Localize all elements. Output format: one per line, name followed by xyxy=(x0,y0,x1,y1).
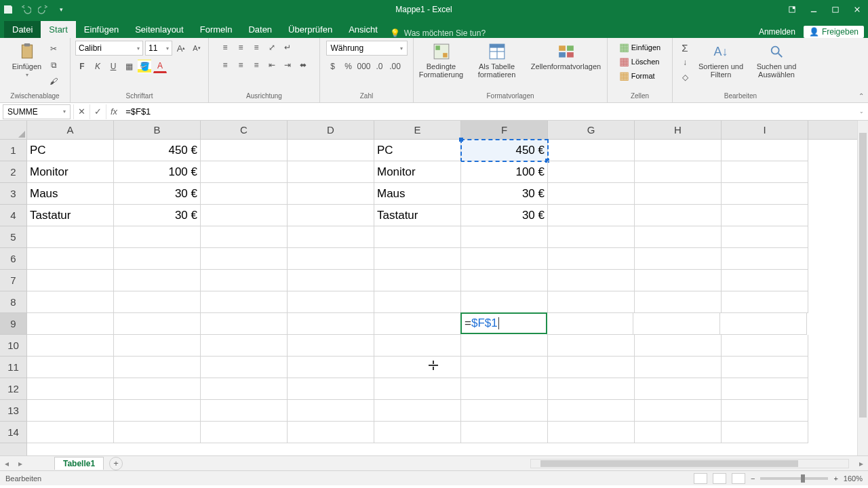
tell-me-search[interactable]: 💡 Was möchten Sie tun? xyxy=(386,28,486,38)
cell-E5[interactable] xyxy=(374,226,461,248)
cell-I9[interactable] xyxy=(720,313,807,335)
border-icon[interactable]: ▦ xyxy=(122,60,136,73)
cell-F4[interactable]: 30 € xyxy=(461,205,548,226)
cell-A8[interactable] xyxy=(27,291,114,313)
row-header-1[interactable]: 1 xyxy=(0,140,26,161)
cell-H4[interactable] xyxy=(635,205,722,226)
vertical-scrollbar[interactable] xyxy=(857,121,868,455)
expand-formula-bar-icon[interactable]: ⌄ xyxy=(855,108,868,115)
cell-I4[interactable] xyxy=(722,205,808,226)
cell-F10[interactable] xyxy=(461,335,548,357)
collapse-ribbon-icon[interactable]: ⌃ xyxy=(859,92,864,100)
cell-C2[interactable] xyxy=(201,161,288,183)
cell-E10[interactable] xyxy=(374,335,461,357)
signin-link[interactable]: Anmelden xyxy=(753,27,801,37)
row-header-4[interactable]: 4 xyxy=(0,205,26,226)
cell-C5[interactable] xyxy=(201,226,288,248)
cell-E13[interactable] xyxy=(374,400,461,422)
cell-C9[interactable] xyxy=(201,313,288,335)
cell-D8[interactable] xyxy=(288,291,374,313)
conditional-formatting-button[interactable]: Bedingte Formatierung xyxy=(415,41,468,80)
cell-F2[interactable]: 100 € xyxy=(461,161,548,183)
cell-A7[interactable] xyxy=(27,270,114,291)
cell-I13[interactable] xyxy=(722,400,808,422)
cell-styles-button[interactable]: Zellenformatvorlagen xyxy=(526,41,606,72)
cell-G14[interactable] xyxy=(548,422,635,443)
cell-D9[interactable] xyxy=(288,313,374,335)
decrease-decimal-icon[interactable]: .00 xyxy=(389,60,402,73)
cell-B7[interactable] xyxy=(114,270,201,291)
fill-color-icon[interactable]: 🪣 xyxy=(138,60,151,73)
row-header-3[interactable]: 3 xyxy=(0,183,26,205)
paste-button[interactable]: Einfügen ▾ xyxy=(9,41,44,79)
cell-A3[interactable]: Maus xyxy=(27,183,114,205)
close-button[interactable] xyxy=(846,0,868,19)
cell-C4[interactable] xyxy=(201,205,288,226)
tab-insert[interactable]: Einfügen xyxy=(76,21,127,38)
cell-E7[interactable] xyxy=(374,270,461,291)
cell-C13[interactable] xyxy=(201,400,288,422)
tab-home[interactable]: Start xyxy=(41,21,75,38)
cell-E4[interactable]: Tastatur xyxy=(374,205,461,226)
cell-C14[interactable] xyxy=(201,422,288,443)
cell-H7[interactable] xyxy=(635,270,722,291)
tab-page-layout[interactable]: Seitenlayout xyxy=(127,21,192,38)
increase-indent-icon[interactable]: ⇥ xyxy=(281,58,294,72)
cell-C12[interactable] xyxy=(201,378,288,400)
save-icon[interactable] xyxy=(3,4,14,15)
copy-icon[interactable]: ⧉ xyxy=(47,58,60,72)
zoom-out-icon[interactable]: − xyxy=(751,474,755,483)
cell-C6[interactable] xyxy=(201,248,288,270)
cell-H6[interactable] xyxy=(635,248,722,270)
wrap-text-icon[interactable]: ↵ xyxy=(281,41,294,54)
cell-I14[interactable] xyxy=(722,422,808,443)
row-header-13[interactable]: 13 xyxy=(0,400,26,422)
font-color-icon[interactable]: A xyxy=(153,60,167,73)
orientation-icon[interactable]: ⤢ xyxy=(265,41,279,54)
column-header-B[interactable]: B xyxy=(114,121,201,139)
cell-F11[interactable] xyxy=(461,357,548,378)
comma-format-icon[interactable]: 000 xyxy=(357,60,371,73)
tab-review[interactable]: Überprüfen xyxy=(280,21,340,38)
row-header-2[interactable]: 2 xyxy=(0,161,26,183)
cancel-formula-button[interactable]: ✕ xyxy=(73,104,90,119)
font-name-select[interactable]: Calibri▾ xyxy=(75,41,143,56)
align-bottom-icon[interactable]: ≡ xyxy=(250,41,263,54)
scrollbar-thumb[interactable] xyxy=(540,460,798,467)
cell-G11[interactable] xyxy=(548,357,635,378)
align-center-icon[interactable]: ≡ xyxy=(234,58,248,72)
cell-G3[interactable] xyxy=(548,183,635,205)
cell-B3[interactable]: 30 € xyxy=(114,183,201,205)
cell-E2[interactable]: Monitor xyxy=(374,161,461,183)
insert-cells-button[interactable]: ▦Einfügen xyxy=(619,41,660,54)
cell-E6[interactable] xyxy=(374,248,461,270)
cell-B8[interactable] xyxy=(114,291,201,313)
fill-icon[interactable]: ↓ xyxy=(678,56,692,69)
hscroll-right-icon[interactable]: ▸ xyxy=(854,459,868,468)
cell-B14[interactable] xyxy=(114,422,201,443)
percent-format-icon[interactable]: % xyxy=(342,60,355,73)
cell-A11[interactable] xyxy=(27,357,114,378)
cell-C8[interactable] xyxy=(201,291,288,313)
qat-customize-icon[interactable]: ▾ xyxy=(56,4,66,15)
cell-F6[interactable] xyxy=(461,248,548,270)
cell-H5[interactable] xyxy=(635,226,722,248)
format-painter-icon[interactable]: 🖌 xyxy=(47,75,60,88)
accounting-format-icon[interactable]: $ xyxy=(326,60,340,73)
cell-G6[interactable] xyxy=(548,248,635,270)
cell-H10[interactable] xyxy=(635,335,722,357)
cell-G7[interactable] xyxy=(548,270,635,291)
cell-G8[interactable] xyxy=(548,291,635,313)
cell-A2[interactable]: Monitor xyxy=(27,161,114,183)
cell-I5[interactable] xyxy=(722,226,808,248)
cell-I2[interactable] xyxy=(722,161,808,183)
cell-H1[interactable] xyxy=(635,140,722,161)
ribbon-display-icon[interactable] xyxy=(781,0,803,19)
increase-font-icon[interactable]: A▴ xyxy=(174,41,188,55)
number-format-select[interactable]: Währung▾ xyxy=(326,41,408,56)
cell-E9[interactable] xyxy=(374,313,461,335)
cell-H2[interactable] xyxy=(635,161,722,183)
cell-D5[interactable] xyxy=(288,226,374,248)
cell-G2[interactable] xyxy=(548,161,635,183)
cell-grid[interactable]: PC450 €PC450 €Monitor100 €Monitor100 €Ma… xyxy=(27,140,857,455)
